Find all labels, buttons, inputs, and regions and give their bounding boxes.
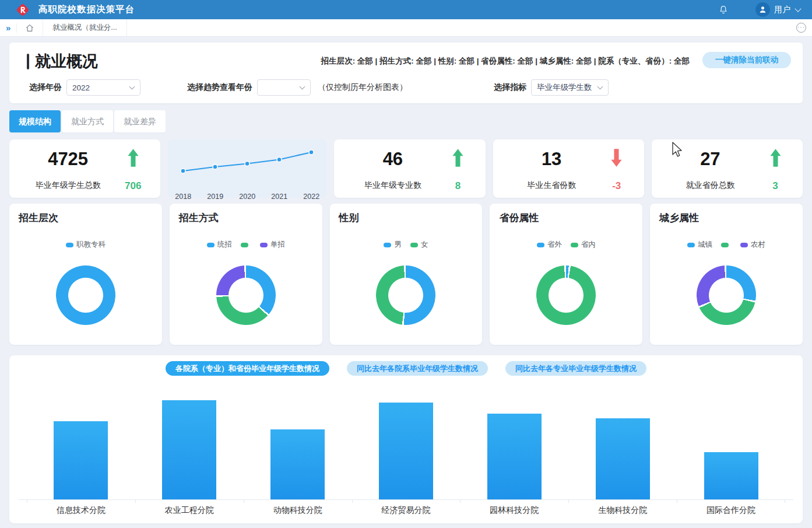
- legend-swatch-icon: [384, 243, 391, 247]
- legend-item[interactable]: 男: [384, 240, 402, 250]
- donut-hole: [229, 278, 263, 313]
- user-menu-label[interactable]: 用户: [774, 5, 790, 15]
- legend-item[interactable]: [721, 243, 732, 247]
- bar-x-label: 生物科技分院: [568, 500, 677, 516]
- bar-x-label: 农业工程分院: [135, 500, 244, 516]
- bar-信息技术分院[interactable]: [54, 421, 108, 499]
- chevron-down-icon: [795, 5, 801, 12]
- sidebar-expand-icon[interactable]: »: [0, 23, 16, 33]
- main-content: 就业概况 招生层次: 全部 | 招生方式: 全部 | 性别: 全部 | 省份属性…: [0, 37, 812, 523]
- home-icon[interactable]: [16, 23, 43, 33]
- legend-swatch-icon: [207, 243, 215, 247]
- donut-hole: [68, 278, 103, 313]
- app-title: 高职院校数据决策平台: [38, 4, 135, 16]
- bar-动物科技分院[interactable]: [270, 429, 325, 499]
- route-tab-employment-overview[interactable]: 就业概况（就业分...: [43, 19, 126, 36]
- tab-options-icon[interactable]: ···: [796, 23, 806, 33]
- bar-农业工程分院[interactable]: [162, 400, 216, 499]
- legend-item[interactable]: 职教专科: [66, 240, 106, 250]
- bar-chart-tab-pill-2[interactable]: 同比去年各专业毕业年级学生数情况: [505, 361, 646, 376]
- legend-item[interactable]: 农村: [740, 240, 765, 250]
- bar-经济贸易分院[interactable]: [379, 403, 433, 499]
- donut-legend: 统招 单招: [179, 240, 313, 250]
- donut-row: 招生层次 职教专科 招生方式 统招 单招 性别 男 女 省份属性 省外 省内 城…: [9, 204, 803, 345]
- legend-item[interactable]: 统招: [207, 240, 232, 250]
- donut-legend: 职教专科: [19, 240, 153, 250]
- legend-item[interactable]: 省外: [537, 240, 562, 250]
- donut-chart[interactable]: [697, 265, 756, 325]
- department-bar-chart: [19, 400, 793, 499]
- donut-hole: [709, 278, 744, 313]
- sparkline-year-label: 2018: [175, 193, 191, 201]
- bar-x-label: 国际合作分院: [677, 500, 785, 516]
- bar-x-label: 园林科技分院: [460, 500, 568, 516]
- clear-linkage-button[interactable]: 一键清除当前联动: [702, 52, 791, 68]
- stat-card: 46 毕业年级专业数 8: [334, 139, 485, 198]
- donut-chart[interactable]: [56, 265, 115, 325]
- donut-chart[interactable]: [216, 265, 276, 325]
- legend-swatch-icon: [687, 243, 695, 247]
- bar-x-label: 经济贸易分院: [352, 500, 461, 516]
- bar-园林科技分院[interactable]: [487, 414, 542, 499]
- title-accent-bar: [27, 54, 29, 69]
- donut-card-title: 招生方式: [179, 211, 313, 225]
- donut-chart[interactable]: [536, 265, 596, 325]
- department-bar-chart-card: 各院系（专业）和省份毕业年级学生数情况同比去年各院系毕业年级学生数情况同比去年各…: [9, 355, 803, 523]
- chevron-down-icon: [597, 84, 603, 90]
- arrow-up-icon: [769, 148, 782, 170]
- year-select[interactable]: 2022: [66, 79, 140, 96]
- sparkline-year-label: 2020: [239, 193, 255, 201]
- year-select-value: 2022: [72, 83, 90, 92]
- mouse-cursor: [672, 142, 682, 158]
- legend-label: 省外: [547, 240, 562, 250]
- page-title: 就业概况: [35, 51, 98, 72]
- active-filter-summary: 招生层次: 全部 | 招生方式: 全部 | 性别: 全部 | 省份属性: 全部 …: [321, 56, 690, 67]
- bar-生物科技分院[interactable]: [596, 418, 650, 499]
- donut-card-title: 城乡属性: [659, 211, 793, 225]
- bar-国际合作分院[interactable]: [704, 452, 758, 499]
- trend-sparkline-chart: [173, 143, 322, 179]
- bar-column: [135, 400, 244, 499]
- section-tab-0[interactable]: 规模结构: [9, 110, 61, 132]
- section-tab-2[interactable]: 就业差异: [114, 110, 166, 132]
- legend-item[interactable]: 女: [410, 240, 428, 250]
- bar-column: [352, 403, 461, 499]
- trend-select-note: （仅控制历年分析图表）: [318, 82, 407, 93]
- donut-legend: 省外 省内: [499, 240, 633, 250]
- legend-item[interactable]: [241, 243, 251, 247]
- metric-select[interactable]: 毕业年级学生数: [531, 79, 609, 96]
- page-header-card: 就业概况 招生层次: 全部 | 招生方式: 全部 | 性别: 全部 | 省份属性…: [9, 43, 803, 103]
- notification-bell-icon[interactable]: [718, 5, 729, 15]
- bar-chart-tab-pill-1[interactable]: 同比去年各院系毕业年级学生数情况: [347, 361, 488, 376]
- section-tab-1[interactable]: 就业方式: [62, 110, 113, 132]
- bar-chart-x-axis: 信息技术分院农业工程分院动物科技分院经济贸易分院园林科技分院生物科技分院国际合作…: [19, 499, 793, 516]
- donut-chart[interactable]: [376, 265, 435, 325]
- legend-item[interactable]: 单招: [260, 240, 285, 250]
- bar-chart-tab-pill-0[interactable]: 各院系（专业）和省份毕业年级学生数情况: [166, 361, 329, 376]
- legend-swatch-icon: [571, 243, 578, 247]
- bar-column: [677, 452, 785, 499]
- donut-card-招生方式: 招生方式 统招 单招: [170, 204, 322, 345]
- donut-card-城乡属性: 城乡属性 城镇 农村: [650, 204, 803, 345]
- stat-label: 毕业年级专业数: [364, 180, 421, 191]
- bar-column: [460, 414, 568, 499]
- donut-card-招生层次: 招生层次 职教专科: [9, 204, 162, 345]
- user-avatar[interactable]: [755, 2, 770, 17]
- legend-swatch-icon: [260, 243, 268, 247]
- stat-value: 4725: [48, 149, 88, 170]
- legend-item[interactable]: 省内: [571, 240, 596, 250]
- stat-label: 就业省份总数: [686, 180, 734, 191]
- chevron-down-icon: [300, 84, 305, 90]
- stat-delta: 3: [772, 180, 778, 192]
- stat-card: 4725 毕业年级学生总数 706: [9, 139, 160, 198]
- metric-select-label: 选择指标: [494, 82, 526, 93]
- trend-year-select[interactable]: [257, 79, 311, 96]
- donut-hole: [388, 278, 423, 313]
- legend-label: 城镇: [698, 240, 712, 250]
- legend-swatch-icon: [537, 243, 544, 247]
- section-tabs: 规模结构就业方式就业差异: [9, 110, 803, 132]
- legend-label: 女: [421, 240, 428, 250]
- donut-hole: [549, 278, 583, 313]
- route-tab-bar: » 就业概况（就业分... ···: [0, 19, 812, 37]
- legend-item[interactable]: 城镇: [687, 240, 712, 250]
